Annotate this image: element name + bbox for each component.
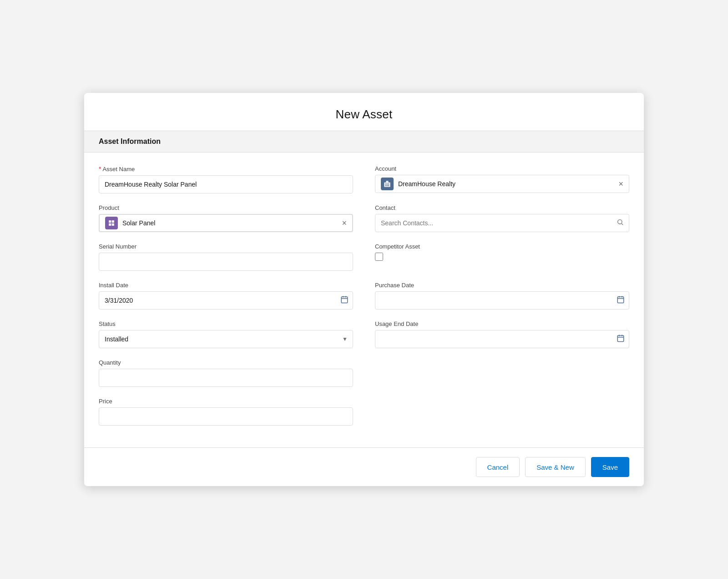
save-new-button[interactable]: Save & New xyxy=(525,457,586,477)
contact-search-wrapper xyxy=(375,214,629,232)
row-install-purchase: Install Date Purchase Date xyxy=(99,282,629,310)
serial-number-input[interactable] xyxy=(99,253,353,271)
contact-search-icon xyxy=(617,218,624,228)
asset-name-input[interactable] xyxy=(99,175,353,193)
status-select-wrapper: Installed Purchased Shipped Registered O… xyxy=(99,330,353,348)
save-button[interactable]: Save xyxy=(591,457,629,477)
col-serial-number: Serial Number xyxy=(99,243,353,271)
col-asset-name: * Asset Name xyxy=(99,165,353,193)
col-quantity: Quantity xyxy=(99,359,353,387)
col-status: Status Installed Purchased Shipped Regis… xyxy=(99,320,353,348)
col-competitor-asset: Competitor Asset xyxy=(375,243,629,271)
quantity-input[interactable] xyxy=(99,369,353,387)
svg-rect-11 xyxy=(112,223,114,226)
product-value: Solar Panel xyxy=(122,219,337,227)
col-quantity-placeholder xyxy=(375,359,629,387)
install-date-input[interactable] xyxy=(99,291,353,310)
asset-name-label: * Asset Name xyxy=(99,165,353,173)
col-price-placeholder xyxy=(375,398,629,426)
svg-line-13 xyxy=(622,223,623,225)
install-date-label: Install Date xyxy=(99,282,353,289)
modal-title: New Asset xyxy=(102,107,626,122)
col-account: Account Dream xyxy=(375,165,629,193)
serial-number-label: Serial Number xyxy=(99,243,353,250)
account-clear-button[interactable]: × xyxy=(618,180,623,188)
col-usage-end-date: Usage End Date xyxy=(375,320,629,348)
usage-end-date-input[interactable] xyxy=(375,330,629,348)
cancel-button[interactable]: Cancel xyxy=(476,457,520,477)
svg-rect-2 xyxy=(385,183,386,184)
status-label: Status xyxy=(99,320,353,327)
account-icon xyxy=(381,178,394,190)
col-product: Product Solar Panel × xyxy=(99,204,353,232)
svg-point-12 xyxy=(618,220,622,224)
svg-rect-6 xyxy=(387,185,388,186)
form-body: * Asset Name Account xyxy=(84,152,644,447)
product-label: Product xyxy=(99,204,353,211)
svg-rect-8 xyxy=(109,220,111,223)
usage-end-date-wrapper xyxy=(375,330,629,348)
row-serial-competitor: Serial Number Competitor Asset xyxy=(99,243,629,271)
modal-header: New Asset xyxy=(84,93,644,131)
modal-footer: Cancel Save & New Save xyxy=(84,447,644,486)
account-value: DreamHouse Realty xyxy=(398,180,614,188)
price-label: Price xyxy=(99,398,353,405)
svg-rect-1 xyxy=(386,181,388,182)
competitor-asset-checkbox[interactable] xyxy=(375,253,383,261)
product-icon xyxy=(105,217,118,229)
status-select[interactable]: Installed Purchased Shipped Registered O… xyxy=(99,330,353,348)
account-lookup[interactable]: DreamHouse Realty × xyxy=(375,175,629,193)
col-price: Price xyxy=(99,398,353,426)
svg-rect-0 xyxy=(384,183,390,187)
svg-rect-4 xyxy=(388,183,389,184)
section-title: Asset Information xyxy=(99,137,161,145)
quantity-label: Quantity xyxy=(99,359,353,366)
row-price: Price xyxy=(99,398,629,426)
purchase-date-wrapper xyxy=(375,291,629,310)
contact-search-input[interactable] xyxy=(375,214,629,232)
svg-rect-10 xyxy=(109,223,111,226)
row-quantity: Quantity xyxy=(99,359,629,387)
svg-rect-9 xyxy=(112,220,114,223)
section-header: Asset Information xyxy=(84,131,644,152)
account-label: Account xyxy=(375,165,629,172)
product-clear-button[interactable]: × xyxy=(342,219,347,227)
purchase-date-label: Purchase Date xyxy=(375,282,629,289)
col-purchase-date: Purchase Date xyxy=(375,282,629,310)
install-date-wrapper xyxy=(99,291,353,310)
new-asset-modal: New Asset Asset Information * Asset Name… xyxy=(84,93,644,486)
row-product-contact: Product Solar Panel × Contact xyxy=(99,204,629,232)
svg-rect-7 xyxy=(388,185,389,186)
contact-label: Contact xyxy=(375,204,629,211)
price-input[interactable] xyxy=(99,407,353,426)
usage-end-date-label: Usage End Date xyxy=(375,320,629,327)
col-contact: Contact xyxy=(375,204,629,232)
row-asset-account: * Asset Name Account xyxy=(99,165,629,193)
product-lookup[interactable]: Solar Panel × xyxy=(99,214,353,232)
competitor-asset-label: Competitor Asset xyxy=(375,243,629,250)
svg-rect-3 xyxy=(387,183,388,184)
row-status-usage: Status Installed Purchased Shipped Regis… xyxy=(99,320,629,348)
svg-rect-5 xyxy=(385,185,386,186)
purchase-date-input[interactable] xyxy=(375,291,629,310)
col-install-date: Install Date xyxy=(99,282,353,310)
required-star: * xyxy=(99,165,101,173)
